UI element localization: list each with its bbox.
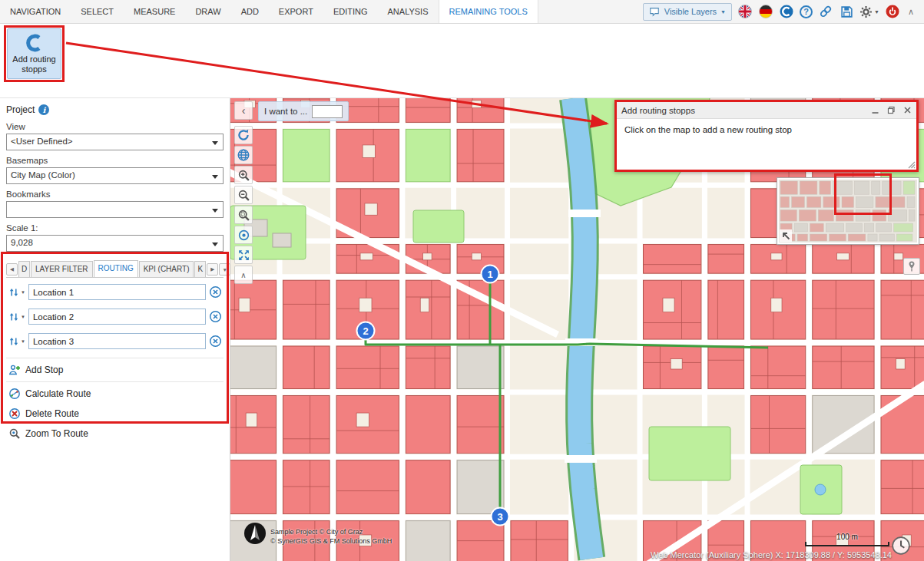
stop-2-input[interactable] [28,309,206,325]
basemaps-select[interactable]: City Map (Color) [6,167,224,184]
delete-route-icon [8,408,21,420]
language-english-icon[interactable] [737,4,753,19]
map-view[interactable]: 123 ‹ I want to ... [230,98,924,561]
info-icon[interactable]: i [38,104,49,115]
scale-label: Scale 1: [6,223,224,233]
tab-remaining-tools[interactable]: REMAINING TOOLS [439,0,538,23]
tab-export[interactable]: EXPORT [269,0,323,23]
bookmarks-label: Bookmarks [6,190,224,199]
zoom-to-route-icon [8,427,21,440]
map-toolbar: ∧ [234,126,253,284]
delete-route-label: Delete Route [25,408,79,419]
panel-tab-clipped-left[interactable]: D [18,261,30,277]
collapse-toolbar-button[interactable]: ∧ [234,266,253,284]
add-routing-stopps-tool[interactable]: Add routing stopps [7,28,61,79]
reset-rotation-button[interactable] [234,126,253,144]
save-icon[interactable] [839,4,854,19]
add-stop-button[interactable]: Add Stop [6,360,224,380]
tab-select[interactable]: SELECT [71,0,124,23]
reorder-stop-button[interactable]: ▼ [8,335,25,348]
reorder-stop-button[interactable]: ▼ [8,286,25,299]
scale-bar-line [805,542,889,546]
divider [6,381,224,382]
dialog-title-bar[interactable]: Add routing stopps [617,102,916,119]
tab-add[interactable]: ADD [231,0,269,23]
panel-tab-layer-filter[interactable]: LAYER FILTER [31,261,93,277]
settings-gear-button[interactable]: ▼ [859,5,879,18]
scale-bar: 100 m [805,533,889,546]
ribbon-bar: NAVIGATION SELECT MEASURE DRAW ADD EXPOR… [0,0,924,24]
stop-3-input[interactable] [28,333,206,349]
panel-tab-kpi-chart[interactable]: KPI (CHART) [139,261,194,277]
link-icon[interactable] [818,4,833,19]
maximize-icon[interactable] [887,106,896,114]
remove-stop-1-icon[interactable] [209,285,222,299]
c-logo-icon[interactable] [779,4,794,19]
zoom-out-button[interactable] [234,186,253,204]
routing-panel: ▼ ▼ ▼ [6,278,224,444]
i-want-to-input[interactable] [312,105,343,118]
resize-grip[interactable] [906,160,916,169]
minimize-icon[interactable] [871,106,879,114]
bookmarks-select[interactable] [6,201,224,218]
power-icon[interactable] [885,4,900,19]
language-german-icon[interactable] [758,4,773,19]
tabs-scroll-right-button[interactable]: ▶ [207,263,218,276]
tab-measure[interactable]: MEASURE [124,0,185,23]
chevron-down-icon: ▼ [874,9,879,15]
panel-tab-routing[interactable]: ROUTING [94,260,138,277]
visible-layers-button[interactable]: Visible Layers ▼ [643,3,732,21]
divider [6,358,224,358]
pin-tool-button[interactable] [903,258,920,275]
tabs-scroll-left-button[interactable]: ◀ [6,263,18,276]
overview-map[interactable] [777,178,919,244]
tool-strip: Add routing stopps [0,24,924,98]
add-stop-icon [8,364,21,376]
zoom-in-button[interactable] [234,166,253,184]
chevron-down-icon [212,243,218,246]
attribution-line-2: © SynerGIS GIS & FM Solutions GmbH [270,537,392,546]
close-icon[interactable] [903,106,912,114]
full-extent-button[interactable] [234,246,253,264]
reorder-stop-button[interactable]: ▼ [8,311,25,323]
zoom-center-button[interactable] [234,226,253,244]
overview-toggle-icon[interactable] [780,229,792,242]
collapse-sidebar-button[interactable]: ‹ [234,101,253,120]
tab-analysis[interactable]: ANALYSIS [378,0,439,23]
tab-navigation[interactable]: NAVIGATION [0,0,71,23]
remove-stop-2-icon[interactable] [209,310,222,323]
add-stop-label: Add Stop [25,365,63,375]
tabs-menu-button[interactable]: ▼ [219,263,230,276]
chevron-down-icon [212,141,218,145]
scale-bar-label: 100 m [805,533,889,541]
attribution-line-1: Sample Project © City of Graz [270,528,392,537]
stop-1-input[interactable] [28,284,206,300]
calculate-route-label: Calculate Route [25,388,91,399]
delete-route-button[interactable]: Delete Route [6,404,224,424]
view-select[interactable]: <User Defined> [6,134,224,150]
calculate-route-icon [8,388,21,400]
history-clock-button[interactable] [891,536,911,559]
map-attribution: Sample Project © City of Graz © SynerGIS… [270,528,392,546]
tab-draw[interactable]: DRAW [185,0,230,23]
add-routing-stopps-dialog: Add routing stopps Click on the map to a… [614,100,919,172]
ribbon-tab-strip: NAVIGATION SELECT MEASURE DRAW ADD EXPOR… [0,0,538,23]
collapse-ribbon-icon[interactable]: ∧ [906,7,916,17]
overview-map-canvas [779,180,917,243]
i-want-to-widget[interactable]: I want to ... [258,101,349,121]
dialog-title: Add routing stopps [621,106,695,115]
calculate-route-button[interactable]: Calculate Route [6,384,224,404]
remove-stop-3-icon[interactable] [209,335,222,348]
zoom-to-route-label: Zoom To Route [25,428,88,439]
scale-select[interactable]: 9,028 [6,235,224,252]
globe-button[interactable] [234,146,253,164]
tab-editing[interactable]: EDITING [323,0,378,23]
svg-text:2: 2 [363,325,368,337]
svg-text:1: 1 [487,269,492,280]
panel-tab-clipped-right[interactable]: K [194,261,206,277]
zoom-to-route-button[interactable]: Zoom To Route [6,424,224,444]
help-icon[interactable]: ? [800,5,813,18]
routing-stop-row: ▼ [8,284,222,300]
ribbon-icon-area: Visible Layers ▼ [643,0,924,23]
zoom-window-button[interactable] [234,206,253,224]
